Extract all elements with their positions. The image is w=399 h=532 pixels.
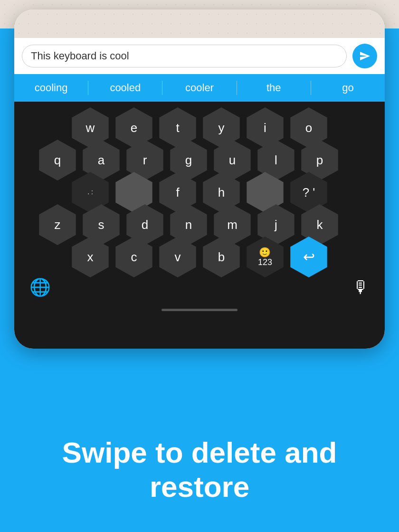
key-x[interactable]: x [70,237,111,277]
key-123-label: 123 [258,258,272,266]
chat-area [14,10,385,38]
autocomplete-item-the[interactable]: the [237,74,311,102]
keyboard-area: w e t y i [14,102,385,349]
key-backspace[interactable]: ↩ [288,237,329,277]
microphone-icon[interactable]: 🎙 [352,277,370,297]
phone-frame: cooling cooled cooler the go w e [14,10,385,349]
autocomplete-item-go[interactable]: go [311,74,385,102]
key-v[interactable]: v [157,237,198,277]
footer-text-area: Swipe to delete and restore [0,436,399,504]
footer-heading: Swipe to delete and restore [19,436,380,504]
home-bar [162,309,238,311]
hex-keyboard: w e t y i [18,107,381,277]
autocomplete-item-cooling[interactable]: cooling [14,74,88,102]
autocomplete-item-cooled[interactable]: cooled [88,74,162,102]
autocomplete-bar: cooling cooled cooler the go [14,74,385,102]
message-input[interactable] [22,45,347,67]
key-b[interactable]: b [201,237,242,277]
send-icon [359,50,370,62]
input-bar [14,38,385,74]
key-c[interactable]: c [114,237,154,277]
globe-icon[interactable]: 🌐 [29,277,51,297]
home-indicator-area [18,303,381,320]
autocomplete-item-cooler[interactable]: cooler [162,74,236,102]
emoji-icon: 🙂 [259,247,271,257]
send-button[interactable] [352,44,377,68]
keyboard-row-5: x c v b 🙂 [18,237,381,277]
key-123[interactable]: 🙂 123 [245,237,285,277]
